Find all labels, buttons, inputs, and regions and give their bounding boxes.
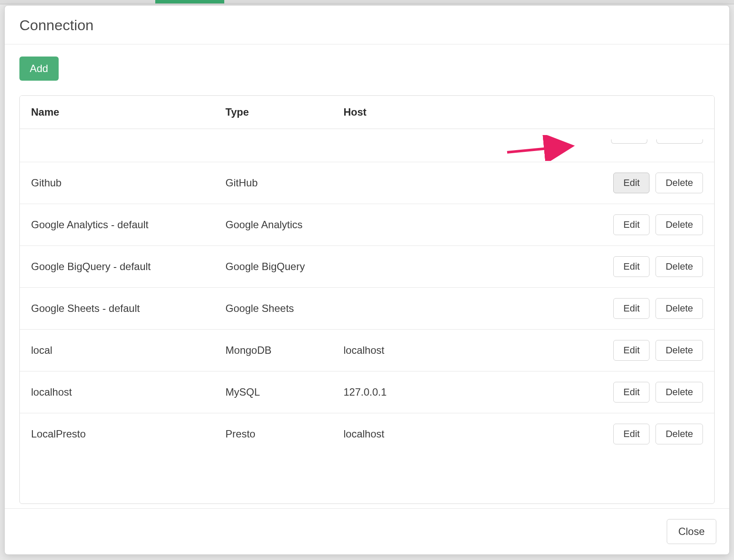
modal-title: Connection (19, 17, 715, 34)
table-row: LocalPrestoPrestolocalhostEditDelete (20, 413, 714, 455)
cell-actions: EditDelete (548, 162, 714, 204)
cell-actions: EditDelete (548, 288, 714, 330)
cell-host (332, 288, 547, 330)
modal-body: Add Name Type Host (5, 44, 729, 508)
delete-button[interactable]: Delete (656, 214, 703, 235)
delete-button[interactable]: Delete (656, 256, 703, 277)
delete-button[interactable]: Delete (656, 424, 703, 444)
delete-button[interactable]: Delete (656, 382, 703, 403)
col-header-actions (548, 96, 714, 129)
cell-host: 127.0.0.1 (332, 371, 547, 413)
modal-header: Connection (5, 6, 729, 44)
table-row: localhostMySQL127.0.0.1EditDelete (20, 371, 714, 413)
col-header-name: Name (20, 96, 214, 129)
cell-host (332, 204, 547, 246)
connections-table: Name Type Host (20, 96, 714, 455)
cell-host (332, 246, 547, 288)
cell-type: Google BigQuery (214, 246, 332, 288)
edit-button[interactable]: Edit (613, 340, 649, 361)
modal-footer: Close (5, 508, 729, 554)
partial-row-above (20, 129, 714, 162)
cell-name: local (20, 330, 214, 371)
table-header-row: Name Type Host (20, 96, 714, 129)
cell-type: Google Sheets (214, 288, 332, 330)
table-row: GithubGitHubEditDelete (20, 162, 714, 204)
cell-actions: EditDelete (548, 204, 714, 246)
backdrop-bar (0, 0, 734, 4)
connections-table-container: Name Type Host (19, 95, 715, 504)
table-row: Google Analytics - defaultGoogle Analyti… (20, 204, 714, 246)
add-button[interactable]: Add (19, 57, 59, 81)
peek-delete-stub (656, 139, 703, 144)
cell-host: localhost (332, 330, 547, 371)
edit-button[interactable]: Edit (613, 214, 649, 235)
cell-type: Google Analytics (214, 204, 332, 246)
delete-button[interactable]: Delete (656, 298, 703, 319)
connection-modal: Connection Add Name Type Host (4, 5, 730, 555)
delete-button[interactable]: Delete (656, 340, 703, 361)
cell-name: Google BigQuery - default (20, 246, 214, 288)
cell-actions: EditDelete (548, 330, 714, 371)
edit-button[interactable]: Edit (613, 424, 649, 444)
cell-host: localhost (332, 413, 547, 455)
close-button[interactable]: Close (667, 519, 716, 544)
cell-host (332, 162, 547, 204)
peek-edit-stub (611, 139, 647, 144)
edit-button[interactable]: Edit (613, 382, 649, 403)
cell-name: Google Sheets - default (20, 288, 214, 330)
edit-button[interactable]: Edit (613, 298, 649, 319)
backdrop-accent (155, 0, 224, 3)
cell-type: MongoDB (214, 330, 332, 371)
table-row: Google Sheets - defaultGoogle SheetsEdit… (20, 288, 714, 330)
cell-name: Google Analytics - default (20, 204, 214, 246)
cell-type: Presto (214, 413, 332, 455)
table-row: localMongoDBlocalhostEditDelete (20, 330, 714, 371)
cell-type: GitHub (214, 162, 332, 204)
col-header-host: Host (332, 96, 547, 129)
cell-actions: EditDelete (548, 413, 714, 455)
cell-name: Github (20, 162, 214, 204)
edit-button[interactable]: Edit (613, 173, 649, 193)
cell-actions: EditDelete (548, 371, 714, 413)
cell-name: localhost (20, 371, 214, 413)
cell-actions: EditDelete (548, 246, 714, 288)
col-header-type: Type (214, 96, 332, 129)
cell-name: LocalPresto (20, 413, 214, 455)
table-row: Google BigQuery - defaultGoogle BigQuery… (20, 246, 714, 288)
table-scroll[interactable]: Name Type Host (20, 96, 714, 503)
edit-button[interactable]: Edit (613, 256, 649, 277)
delete-button[interactable]: Delete (656, 173, 703, 193)
cell-type: MySQL (214, 371, 332, 413)
